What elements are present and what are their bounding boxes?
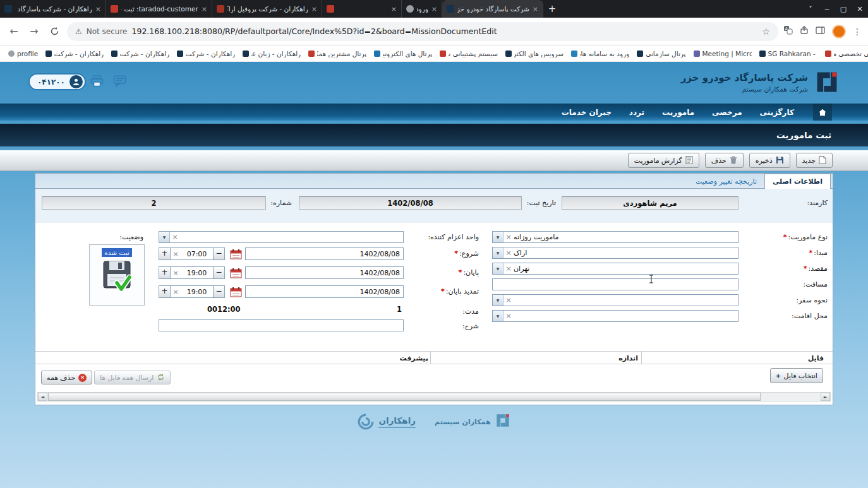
- time-decrement-button[interactable]: −: [213, 285, 225, 298]
- bookmark-item[interactable]: profile: [5, 49, 41, 59]
- tab-close-icon[interactable]: ×: [431, 5, 437, 13]
- reload-icon[interactable]: [47, 24, 62, 39]
- profile-avatar[interactable]: [832, 25, 846, 39]
- warning-icon[interactable]: ⚠: [75, 27, 82, 36]
- browser-tab[interactable]: راهکاران - شرکت پروفیل اراک - نسخه 0 ×: [212, 0, 322, 18]
- tab-close-icon[interactable]: ×: [391, 5, 397, 13]
- nav-item-leave[interactable]: مرخصی: [712, 108, 742, 117]
- upload-all-button[interactable]: ارسال همه فایل ها: [94, 371, 171, 384]
- user-id-badge[interactable]: ۰۴۱۲۰۰: [28, 73, 86, 90]
- clear-icon[interactable]: ×: [503, 311, 514, 321]
- bookmark-item[interactable]: پرتال های الکترونیکی...: [371, 49, 435, 59]
- time-increment-button[interactable]: +: [159, 266, 171, 279]
- clear-icon[interactable]: ×: [503, 247, 514, 258]
- browser-tab-active[interactable]: شرکت پاسارگاد خودرو خزر - ثبت مامور... ×: [442, 0, 543, 18]
- url-text[interactable]: 192.168.100.218:8080/RP/defaultportal/Co…: [132, 27, 758, 36]
- tab-close-icon[interactable]: ×: [311, 5, 317, 13]
- distance-input[interactable]: [492, 278, 738, 290]
- window-minimize-button[interactable]: ─: [819, 5, 835, 13]
- nav-item-mission[interactable]: ماموریت: [662, 108, 694, 117]
- clear-icon[interactable]: ×: [503, 263, 514, 274]
- end-date-input[interactable]: 1402/08/08: [245, 266, 404, 279]
- start-time-input[interactable]: × 07:00: [171, 247, 213, 260]
- bookmark-item[interactable]: ورود به سامانه هایت بر...: [568, 49, 632, 59]
- bookmark-star-icon[interactable]: ☆: [762, 27, 770, 37]
- clear-icon[interactable]: ×: [171, 269, 181, 277]
- dropdown-arrow-icon[interactable]: ▼: [493, 232, 503, 242]
- bookmark-item[interactable]: آکادمی تخصصی مدیریت...: [822, 49, 868, 59]
- tab-main-info[interactable]: اطلاعات اصلی: [764, 174, 831, 189]
- browser-tab[interactable]: ×: [322, 0, 402, 18]
- tab-search-icon[interactable]: ˅: [802, 5, 819, 13]
- dropdown-arrow-icon[interactable]: ▼: [159, 232, 170, 242]
- clear-icon[interactable]: ×: [170, 232, 180, 242]
- bookmark-item[interactable]: پرتال سازمانی: [634, 49, 689, 59]
- bookmark-item[interactable]: سرویس های الکترونیکی...: [502, 49, 567, 59]
- destination-combo[interactable]: ▼ × تهران: [492, 263, 738, 275]
- tab-close-icon[interactable]: ×: [533, 5, 538, 13]
- scrollbar-track[interactable]: [761, 393, 821, 401]
- origin-combo[interactable]: ▼ × اراک: [492, 247, 738, 259]
- calendar-icon[interactable]: [230, 285, 243, 298]
- clear-icon[interactable]: ×: [503, 295, 514, 306]
- browser-tab[interactable]: taradod-customer: ثبت فردی و گروهی ×: [106, 0, 212, 18]
- chat-icon[interactable]: [113, 75, 126, 90]
- end-time-input[interactable]: × 19:00: [171, 266, 213, 279]
- delete-button[interactable]: حذف: [705, 153, 744, 168]
- clear-icon[interactable]: ×: [503, 232, 514, 242]
- new-tab-button[interactable]: +: [543, 0, 561, 18]
- accommodation-combo[interactable]: ▼ ×: [492, 310, 738, 322]
- nav-item-compensation[interactable]: جبران خدمات: [562, 108, 612, 117]
- tab-close-icon[interactable]: ×: [95, 5, 101, 13]
- bookmark-item[interactable]: پرتال مشترین همکاران...: [305, 49, 370, 59]
- home-button[interactable]: [813, 104, 832, 121]
- scroll-left-arrow[interactable]: ◄: [38, 393, 47, 401]
- horizontal-scrollbar[interactable]: ◄ ►: [37, 392, 831, 402]
- security-label[interactable]: Not secure: [87, 27, 128, 36]
- time-decrement-button[interactable]: −: [213, 247, 225, 260]
- bookmark-item[interactable]: سیستم پشتیبانی شرکت هم...: [437, 49, 501, 59]
- bookmark-item[interactable]: Meeting | Microsoft...: [690, 49, 755, 59]
- bookmark-item[interactable]: راهکاران - شرکت پروفیل...: [42, 49, 107, 59]
- calendar-icon[interactable]: [230, 247, 243, 260]
- side-panel-icon[interactable]: [816, 25, 825, 37]
- time-increment-button[interactable]: +: [159, 285, 171, 298]
- new-button[interactable]: جدید: [796, 153, 833, 168]
- time-increment-button[interactable]: +: [159, 247, 171, 260]
- save-button[interactable]: ذخیره: [749, 153, 790, 168]
- clear-icon[interactable]: ×: [171, 288, 181, 296]
- menu-kebab-icon[interactable]: ⋮: [853, 27, 862, 37]
- dropdown-arrow-icon[interactable]: ▼: [493, 295, 503, 306]
- omnibox[interactable]: ⚠ Not secure 192.168.100.218:8080/RP/def…: [67, 22, 778, 41]
- time-decrement-button[interactable]: −: [213, 266, 225, 279]
- scrollbar-thumb[interactable]: [48, 393, 761, 401]
- browser-tab[interactable]: ورود ×: [402, 0, 442, 18]
- mission-type-combo[interactable]: ▼ × ماموریت روزانه: [492, 231, 738, 243]
- window-close-button[interactable]: ✕: [852, 5, 868, 13]
- tab-status-history[interactable]: تاریخچه تغییر وضعیت: [688, 174, 764, 188]
- translate-icon[interactable]: A: [783, 25, 793, 37]
- bookmark-item[interactable]: راهکاران - زبان عمل ب...: [239, 49, 304, 59]
- clear-icon[interactable]: ×: [171, 250, 181, 258]
- printer-icon[interactable]: [90, 75, 104, 90]
- calendar-icon[interactable]: [230, 266, 243, 279]
- delete-all-button[interactable]: × حذف همه: [41, 371, 92, 384]
- forward-icon[interactable]: →: [27, 24, 42, 39]
- mission-report-button[interactable]: گزارش ماموریت: [628, 153, 699, 168]
- bookmark-item[interactable]: SG Rahkaran - Login: [756, 49, 821, 59]
- end-extension-time-input[interactable]: × 19:00: [171, 285, 213, 298]
- browser-tab[interactable]: راهکاران - شرکت پاسارگاد خودرو خزر ×: [0, 0, 106, 18]
- window-maximize-button[interactable]: ▢: [835, 5, 852, 13]
- nav-item-personnel[interactable]: کارگزینی: [760, 108, 794, 117]
- dropdown-arrow-icon[interactable]: ▼: [493, 247, 503, 258]
- dropdown-arrow-icon[interactable]: ▼: [493, 311, 503, 321]
- bookmark-item[interactable]: راهکاران - شرکت پاسار...: [174, 49, 238, 59]
- choose-file-button[interactable]: + انتخاب فایل: [770, 368, 823, 383]
- tab-close-icon[interactable]: ×: [202, 5, 207, 13]
- bookmark-item[interactable]: راهکاران - شرکت پاسار...: [108, 49, 172, 59]
- travel-mode-combo[interactable]: ▼ ×: [492, 294, 738, 306]
- start-date-input[interactable]: 1402/08/08: [245, 247, 404, 260]
- description-input[interactable]: [159, 319, 404, 331]
- share-icon[interactable]: [800, 25, 809, 37]
- end-extension-date-input[interactable]: 1402/08/08: [245, 285, 404, 298]
